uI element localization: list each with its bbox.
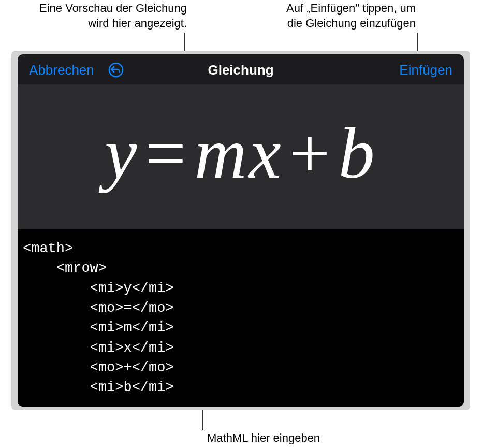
callout-insert-line2: die Gleichung einzufügen [287,17,416,30]
eq-op-plus: + [289,113,332,193]
toolbar-right-group: Einfügen [399,62,452,78]
equation-preview-area: y=mx+b [18,84,464,229]
eq-op-equals: = [145,113,188,193]
callout-preview-line1: Eine Vorschau der Gleichung [39,2,187,15]
eq-var-b: b [339,113,377,193]
callout-bottom: MathML hier eingeben [207,431,320,446]
eq-var-m: m [194,113,249,193]
callout-preview: Eine Vorschau der Gleichung wird hier an… [39,1,187,31]
eq-var-x: x [249,113,283,193]
dialog-title: Gleichung [208,62,273,78]
equation-preview: y=mx+b [105,111,376,195]
callout-preview-line2: wird hier angezeigt. [88,17,187,30]
equation-dialog: Abbrechen Gleichung Einfügen y=mx+b [18,54,464,407]
callout-insert-line1: Auf „Einfügen" tippen, um [286,2,416,15]
device-frame: Abbrechen Gleichung Einfügen y=mx+b [11,51,470,410]
mathml-code: <math> <mrow> <mi>y</mi> <mo>=</mo> <mi>… [23,239,459,398]
cancel-button[interactable]: Abbrechen [29,62,94,78]
eq-var-y: y [105,113,139,193]
insert-button[interactable]: Einfügen [399,62,452,78]
toolbar-left-group: Abbrechen [29,62,124,78]
callout-insert: Auf „Einfügen" tippen, um die Gleichung … [286,1,416,31]
undo-button[interactable] [108,62,124,78]
dialog-toolbar: Abbrechen Gleichung Einfügen [18,54,464,84]
undo-icon [108,62,124,78]
mathml-editor[interactable]: <math> <mrow> <mi>y</mi> <mo>=</mo> <mi>… [18,229,464,407]
